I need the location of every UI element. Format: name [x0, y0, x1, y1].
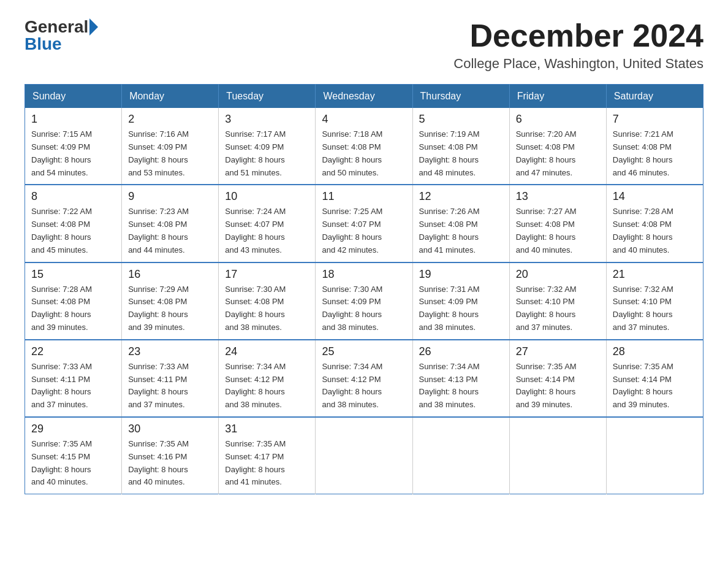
calendar-cell: 2Sunrise: 7:16 AMSunset: 4:09 PMDaylight… — [122, 108, 219, 185]
calendar-cell: 13Sunrise: 7:27 AMSunset: 4:08 PMDayligh… — [509, 185, 606, 262]
calendar-cell: 8Sunrise: 7:22 AMSunset: 4:08 PMDaylight… — [25, 185, 122, 262]
day-info: Sunrise: 7:32 AMSunset: 4:10 PMDaylight:… — [613, 283, 697, 334]
logo-general-text: General — [25, 18, 88, 36]
page-title: December 2024 — [453, 18, 703, 53]
day-number: 20 — [516, 268, 600, 281]
day-number: 24 — [225, 345, 309, 358]
day-info: Sunrise: 7:34 AMSunset: 4:12 PMDaylight:… — [322, 361, 406, 412]
calendar-cell: 1Sunrise: 7:15 AMSunset: 4:09 PMDaylight… — [25, 108, 122, 185]
calendar-cell: 14Sunrise: 7:28 AMSunset: 4:08 PMDayligh… — [606, 185, 703, 262]
weekday-header-friday: Friday — [509, 85, 606, 109]
day-info: Sunrise: 7:21 AMSunset: 4:08 PMDaylight:… — [613, 128, 697, 179]
calendar-cell: 31Sunrise: 7:35 AMSunset: 4:17 PMDayligh… — [219, 417, 316, 494]
day-info: Sunrise: 7:25 AMSunset: 4:07 PMDaylight:… — [322, 205, 406, 256]
weekday-header-thursday: Thursday — [412, 85, 509, 109]
day-info: Sunrise: 7:32 AMSunset: 4:10 PMDaylight:… — [516, 283, 600, 334]
day-info: Sunrise: 7:35 AMSunset: 4:15 PMDaylight:… — [31, 438, 115, 489]
calendar-cell: 15Sunrise: 7:28 AMSunset: 4:08 PMDayligh… — [25, 262, 122, 340]
day-number: 25 — [322, 345, 406, 358]
day-info: Sunrise: 7:31 AMSunset: 4:09 PMDaylight:… — [419, 283, 503, 334]
calendar-cell: 11Sunrise: 7:25 AMSunset: 4:07 PMDayligh… — [316, 185, 412, 262]
day-info: Sunrise: 7:33 AMSunset: 4:11 PMDaylight:… — [31, 361, 115, 412]
logo-arrow-icon — [89, 18, 98, 36]
calendar-cell: 18Sunrise: 7:30 AMSunset: 4:09 PMDayligh… — [316, 262, 412, 340]
calendar-week-4: 22Sunrise: 7:33 AMSunset: 4:11 PMDayligh… — [25, 340, 703, 417]
weekday-header-sunday: Sunday — [25, 85, 122, 109]
day-number: 3 — [225, 113, 309, 126]
day-info: Sunrise: 7:35 AMSunset: 4:14 PMDaylight:… — [613, 361, 697, 412]
day-number: 18 — [322, 268, 406, 281]
day-number: 9 — [128, 190, 212, 203]
day-info: Sunrise: 7:18 AMSunset: 4:08 PMDaylight:… — [322, 128, 406, 179]
day-info: Sunrise: 7:34 AMSunset: 4:13 PMDaylight:… — [419, 361, 503, 412]
calendar-week-1: 1Sunrise: 7:15 AMSunset: 4:09 PMDaylight… — [25, 108, 703, 185]
day-number: 17 — [225, 268, 309, 281]
logo-blue-text: Blue — [25, 34, 62, 54]
day-number: 27 — [516, 345, 600, 358]
day-number: 5 — [419, 113, 503, 126]
day-info: Sunrise: 7:27 AMSunset: 4:08 PMDaylight:… — [516, 205, 600, 256]
day-number: 2 — [128, 113, 212, 126]
day-number: 11 — [322, 190, 406, 203]
day-info: Sunrise: 7:29 AMSunset: 4:08 PMDaylight:… — [128, 283, 212, 334]
calendar-cell — [509, 417, 606, 494]
day-info: Sunrise: 7:35 AMSunset: 4:17 PMDaylight:… — [225, 438, 309, 489]
calendar-cell: 9Sunrise: 7:23 AMSunset: 4:08 PMDaylight… — [122, 185, 219, 262]
logo: General Blue — [25, 18, 98, 54]
day-info: Sunrise: 7:33 AMSunset: 4:11 PMDaylight:… — [128, 361, 212, 412]
day-info: Sunrise: 7:35 AMSunset: 4:14 PMDaylight:… — [516, 361, 600, 412]
calendar-cell: 4Sunrise: 7:18 AMSunset: 4:08 PMDaylight… — [316, 108, 412, 185]
day-info: Sunrise: 7:28 AMSunset: 4:08 PMDaylight:… — [613, 205, 697, 256]
day-number: 30 — [128, 423, 212, 435]
weekday-header-tuesday: Tuesday — [219, 85, 316, 109]
calendar-cell: 28Sunrise: 7:35 AMSunset: 4:14 PMDayligh… — [606, 340, 703, 417]
day-info: Sunrise: 7:34 AMSunset: 4:12 PMDaylight:… — [225, 361, 309, 412]
day-number: 1 — [31, 113, 115, 126]
day-number: 28 — [613, 345, 697, 358]
day-info: Sunrise: 7:28 AMSunset: 4:08 PMDaylight:… — [31, 283, 115, 334]
page-header: General Blue December 2024 College Place… — [25, 18, 703, 72]
calendar-week-5: 29Sunrise: 7:35 AMSunset: 4:15 PMDayligh… — [25, 417, 703, 494]
calendar-cell: 3Sunrise: 7:17 AMSunset: 4:09 PMDaylight… — [219, 108, 316, 185]
day-number: 16 — [128, 268, 212, 281]
calendar-cell: 16Sunrise: 7:29 AMSunset: 4:08 PMDayligh… — [122, 262, 219, 340]
day-info: Sunrise: 7:20 AMSunset: 4:08 PMDaylight:… — [516, 128, 600, 179]
calendar-cell: 12Sunrise: 7:26 AMSunset: 4:08 PMDayligh… — [412, 185, 509, 262]
calendar-cell: 5Sunrise: 7:19 AMSunset: 4:08 PMDaylight… — [412, 108, 509, 185]
day-info: Sunrise: 7:35 AMSunset: 4:16 PMDaylight:… — [128, 438, 212, 489]
weekday-header-saturday: Saturday — [606, 85, 703, 109]
day-number: 29 — [31, 423, 115, 435]
calendar-cell: 21Sunrise: 7:32 AMSunset: 4:10 PMDayligh… — [606, 262, 703, 340]
calendar-table: SundayMondayTuesdayWednesdayThursdayFrid… — [25, 84, 703, 494]
day-info: Sunrise: 7:26 AMSunset: 4:08 PMDaylight:… — [419, 205, 503, 256]
day-info: Sunrise: 7:24 AMSunset: 4:07 PMDaylight:… — [225, 205, 309, 256]
calendar-cell: 29Sunrise: 7:35 AMSunset: 4:15 PMDayligh… — [25, 417, 122, 494]
day-number: 13 — [516, 190, 600, 203]
day-number: 14 — [613, 190, 697, 203]
calendar-week-2: 8Sunrise: 7:22 AMSunset: 4:08 PMDaylight… — [25, 185, 703, 262]
calendar-cell: 19Sunrise: 7:31 AMSunset: 4:09 PMDayligh… — [412, 262, 509, 340]
day-number: 8 — [31, 190, 115, 203]
calendar-cell — [606, 417, 703, 494]
calendar-cell: 23Sunrise: 7:33 AMSunset: 4:11 PMDayligh… — [122, 340, 219, 417]
calendar-cell: 26Sunrise: 7:34 AMSunset: 4:13 PMDayligh… — [412, 340, 509, 417]
day-info: Sunrise: 7:23 AMSunset: 4:08 PMDaylight:… — [128, 205, 212, 256]
day-info: Sunrise: 7:22 AMSunset: 4:08 PMDaylight:… — [31, 205, 115, 256]
calendar-cell: 10Sunrise: 7:24 AMSunset: 4:07 PMDayligh… — [219, 185, 316, 262]
day-info: Sunrise: 7:15 AMSunset: 4:09 PMDaylight:… — [31, 128, 115, 179]
title-area: December 2024 College Place, Washington,… — [453, 18, 703, 72]
calendar-cell: 20Sunrise: 7:32 AMSunset: 4:10 PMDayligh… — [509, 262, 606, 340]
calendar-cell: 22Sunrise: 7:33 AMSunset: 4:11 PMDayligh… — [25, 340, 122, 417]
weekday-header-monday: Monday — [122, 85, 219, 109]
day-info: Sunrise: 7:16 AMSunset: 4:09 PMDaylight:… — [128, 128, 212, 179]
calendar-cell — [316, 417, 412, 494]
calendar-cell: 6Sunrise: 7:20 AMSunset: 4:08 PMDaylight… — [509, 108, 606, 185]
day-number: 26 — [419, 345, 503, 358]
calendar-cell: 27Sunrise: 7:35 AMSunset: 4:14 PMDayligh… — [509, 340, 606, 417]
day-number: 7 — [613, 113, 697, 126]
day-number: 6 — [516, 113, 600, 126]
calendar-cell: 7Sunrise: 7:21 AMSunset: 4:08 PMDaylight… — [606, 108, 703, 185]
day-info: Sunrise: 7:19 AMSunset: 4:08 PMDaylight:… — [419, 128, 503, 179]
day-number: 31 — [225, 423, 309, 435]
calendar-cell: 30Sunrise: 7:35 AMSunset: 4:16 PMDayligh… — [122, 417, 219, 494]
